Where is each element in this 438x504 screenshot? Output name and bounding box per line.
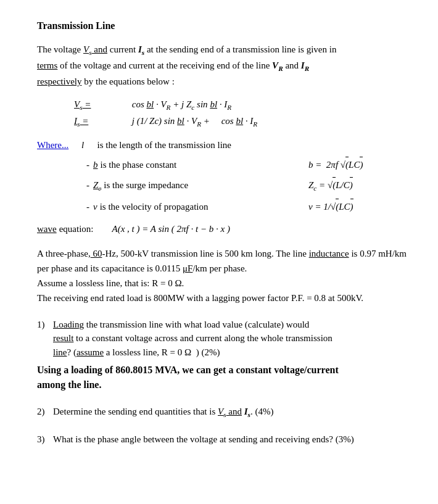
q2-and: and	[226, 407, 242, 416]
intro-text-5: and	[283, 60, 301, 70]
result-label: result	[53, 333, 73, 343]
vs-label: Vs	[83, 44, 92, 54]
q3-text: 3) What is the phase angle between the v…	[37, 432, 407, 447]
where-l-line: Where... l is the length of the transmis…	[37, 138, 407, 152]
question-2: 2) Determine the sending end quantities …	[37, 405, 407, 420]
line-label: line	[53, 347, 67, 357]
problem-block: A three-phase, 60-Hz, 500-kV transmissio…	[37, 246, 407, 305]
where-v-desc: is the velocity of propagation	[100, 200, 308, 214]
where-zc-row: - Zc is the surge impedance Zc = √(L/C)	[37, 177, 407, 194]
eq2: Is = j (1/ Zc) sin bl · VR + cos bl · IR	[74, 114, 407, 130]
questions-block: 1) Loading the transmission line with wh…	[37, 318, 407, 447]
terms-label: terms	[37, 60, 57, 70]
question-3: 3) What is the phase angle between the v…	[37, 432, 407, 447]
vr-label: VR	[272, 60, 283, 70]
intro-text-6: by the equations below :	[81, 76, 174, 86]
wave-section: wave equation: A(x , t ) = A sin ( 2πf ·…	[37, 222, 407, 236]
where-b-desc: is the phase constant	[101, 158, 309, 172]
q1-body: Loading the transmission line with what …	[53, 318, 333, 360]
eq2-right: j (1/ Zc) sin bl · VR + cos bl · IR	[132, 116, 257, 126]
assume-label: assume	[76, 347, 104, 357]
freq-label: 60	[91, 249, 102, 258]
q3-body: What is the phase angle between the volt…	[53, 432, 354, 447]
equations-block: Vs = cos bl · VR + j Zc sin bl · IR Is =…	[74, 97, 407, 130]
wave-eq-label: equation:	[59, 222, 94, 236]
eq1: Vs = cos bl · VR + j Zc sin bl · IR	[74, 97, 407, 113]
ir-label: IR	[301, 60, 309, 70]
where-v-formula: v = 1/√(LC)	[308, 199, 407, 214]
intro-text-3: at the sending end of a transmission lin…	[144, 44, 336, 54]
is-label: Is	[138, 44, 144, 54]
q2-vs-label: Vs	[218, 407, 226, 416]
loading-label: Loading	[53, 320, 84, 329]
q2-body: Determine the sending end quantities tha…	[53, 405, 274, 420]
q2-is-label: Is	[244, 407, 250, 416]
eq2-left: Is =	[74, 114, 105, 130]
where-zc-var: Zc	[93, 178, 101, 194]
problem-text: A three-phase, 60-Hz, 500-kV transmissio…	[37, 246, 407, 305]
intro-and: and	[92, 44, 107, 54]
eq1-right: cos bl · VR + j Zc sin bl · IR	[132, 99, 231, 109]
q1-text: 1) Loading the transmission line with wh…	[37, 318, 407, 360]
where-zc-desc: is the surge impedance	[104, 178, 308, 192]
respectively-label: respectively	[37, 76, 81, 86]
q1-num: 1)	[37, 318, 53, 360]
where-l-var: l	[81, 138, 93, 152]
where-v-var: v	[93, 200, 97, 214]
page-title: Transmission Line	[37, 19, 407, 33]
q1-answer: Using a loading of 860.8015 MVA, we can …	[37, 363, 407, 392]
where-label: Where...	[37, 138, 81, 152]
wave-label: wave	[37, 222, 57, 236]
inductance-label: inductance	[309, 249, 349, 258]
intro-text-2: current	[107, 44, 138, 54]
where-zc-dash: -	[86, 178, 89, 192]
eq1-left: Vs =	[74, 97, 105, 113]
where-section: Where... l is the length of the transmis…	[37, 138, 407, 213]
where-b-formula: b = 2πf √(LC)	[308, 157, 407, 172]
q2-text: 2) Determine the sending end quantities …	[37, 405, 407, 420]
intro-text-4: of the voltage and current at the receiv…	[57, 60, 272, 70]
intro-text-1: The voltage	[37, 44, 83, 54]
where-b-row: - b is the phase constant b = 2πf √(LC)	[37, 157, 407, 172]
where-v-dash: -	[86, 200, 89, 214]
where-b-dash: -	[86, 158, 89, 172]
intro-paragraph: The voltage Vs and current Is at the sen…	[37, 42, 407, 89]
q2-num: 2)	[37, 405, 53, 420]
uf-label: μF	[183, 263, 192, 273]
where-zc-formula: Zc = √(L/C)	[308, 177, 407, 194]
question-1: 1) Loading the transmission line with wh…	[37, 318, 407, 393]
where-b-var: b	[93, 158, 98, 172]
q3-num: 3)	[37, 432, 53, 447]
where-v-row: - v is the velocity of propagation v = 1…	[37, 199, 407, 214]
wave-formula: A(x , t ) = A sin ( 2πf · t − b · x )	[112, 222, 229, 236]
where-l-desc: is the length of the transmission line	[93, 138, 231, 152]
